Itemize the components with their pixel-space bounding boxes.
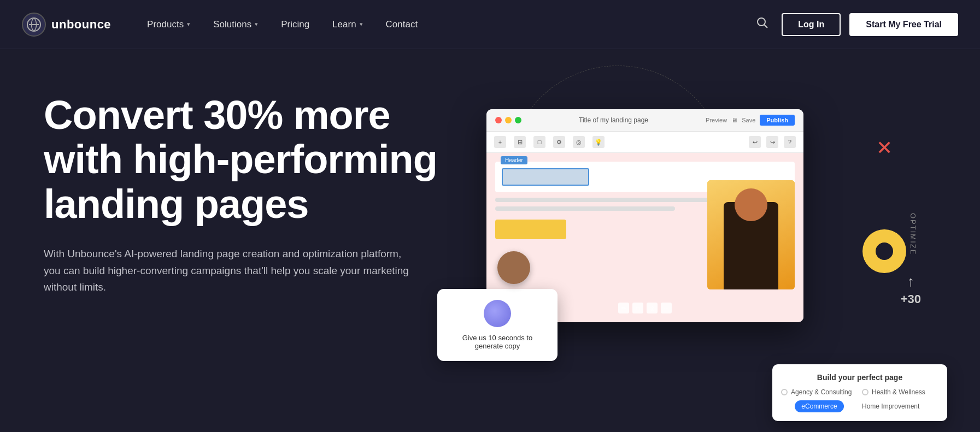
person-head xyxy=(735,188,767,221)
nav-right: Log In Start My Free Trial xyxy=(752,13,958,37)
svg-point-2 xyxy=(758,18,765,26)
edit-icon[interactable]: ✏ xyxy=(618,303,629,313)
products-chevron-icon: ▾ xyxy=(187,21,190,28)
builder-toolbar: + ⊞ □ ⚙ ◎ 💡 ↩ ↪ ? xyxy=(486,132,803,153)
preview-label: Preview xyxy=(706,117,727,123)
learn-chevron-icon: ▾ xyxy=(360,21,363,28)
option-agency-radio[interactable] xyxy=(781,389,788,395)
dot-yellow xyxy=(505,117,512,123)
grid-icon[interactable]: ⊞ xyxy=(514,136,526,148)
option-ecommerce[interactable]: eCommerce xyxy=(781,400,858,412)
dot-green xyxy=(515,117,521,123)
nav-solutions[interactable]: Solutions ▾ xyxy=(204,15,267,34)
trial-button[interactable]: Start My Free Trial xyxy=(849,13,958,36)
svg-line-3 xyxy=(764,25,767,28)
nav-pricing[interactable]: Pricing xyxy=(272,15,318,34)
canvas-text-2 xyxy=(495,206,675,211)
hero-title: Convert 30% more with high-performing la… xyxy=(44,93,454,226)
option-home[interactable]: Home Improvement xyxy=(862,400,938,412)
logo[interactable]: unbounce xyxy=(22,13,111,37)
copy-dot-decoration xyxy=(484,300,511,327)
deco-plus-icon: ✕ xyxy=(876,137,893,159)
lightbulb-icon[interactable]: 💡 xyxy=(592,136,605,148)
ecommerce-chip[interactable]: eCommerce xyxy=(795,400,843,412)
build-options: Agency & Consulting Health & Wellness eC… xyxy=(781,388,938,412)
search-button[interactable] xyxy=(752,13,773,37)
undo-icon[interactable]: ↩ xyxy=(749,136,761,148)
builder-page-title: Title of my landing page xyxy=(579,116,648,124)
copy-card: Give us 10 seconds to generate copy xyxy=(437,289,558,361)
save-label: Save xyxy=(742,117,755,123)
canvas-image-block xyxy=(707,180,795,289)
nav-products[interactable]: Products ▾ xyxy=(138,15,199,34)
deco-donut xyxy=(862,229,906,273)
build-panel: Build your perfect page Agency & Consult… xyxy=(772,364,947,421)
settings-icon[interactable]: ⚙ xyxy=(553,136,565,148)
person-avatar xyxy=(497,251,530,284)
person-card-bottom xyxy=(497,251,530,284)
crop-icon[interactable]: □ xyxy=(632,303,643,313)
target-icon[interactable]: ◎ xyxy=(647,303,658,313)
build-panel-title: Build your perfect page xyxy=(781,373,938,382)
option-health-radio[interactable] xyxy=(862,389,868,395)
logo-name: unbounce xyxy=(51,17,111,32)
deco-optimize-label: OPTIMIZE xyxy=(909,213,917,255)
nav-contact[interactable]: Contact xyxy=(377,15,427,34)
target-icon[interactable]: ◎ xyxy=(573,136,585,148)
nav-links: Products ▾ Solutions ▾ Pricing Learn ▾ C… xyxy=(138,15,752,34)
builder-titlebar: Title of my landing page Preview 🖥 Save … xyxy=(486,109,803,132)
plus-30-label: +30 xyxy=(901,292,921,306)
image-icon[interactable]: □ xyxy=(533,136,545,148)
hero-left: Convert 30% more with high-performing la… xyxy=(44,82,454,295)
logo-icon xyxy=(22,13,46,37)
donut-hole xyxy=(876,242,893,260)
redo-icon[interactable]: ↪ xyxy=(766,136,778,148)
hero-subtitle: With Unbounce's AI-powered landing page … xyxy=(44,246,415,295)
copy-card-text: Give us 10 seconds to generate copy xyxy=(450,334,544,350)
help-icon[interactable]: ? xyxy=(784,136,796,148)
header-text-placeholder xyxy=(502,168,589,186)
add-icon[interactable]: + xyxy=(494,136,506,148)
canvas-image-controls: ✏ □ ◎ ··· xyxy=(618,303,672,313)
canvas-cta-button[interactable] xyxy=(495,220,566,239)
solutions-chevron-icon: ▾ xyxy=(255,21,258,28)
navbar: unbounce Products ▾ Solutions ▾ Pricing … xyxy=(0,0,980,49)
builder-actions: Preview 🖥 Save Publish xyxy=(706,115,795,126)
nav-learn[interactable]: Learn ▾ xyxy=(324,15,371,34)
option-agency[interactable]: Agency & Consulting xyxy=(781,388,858,396)
builder-device-icons: 🖥 xyxy=(731,117,737,123)
hero-right: LEARN OPTIMIZE ✕ ↑ +30 xyxy=(454,82,936,432)
more-icon[interactable]: ··· xyxy=(661,303,672,313)
hero-section: Convert 30% more with high-performing la… xyxy=(0,49,980,432)
deco-conversion-stat: ↑ +30 xyxy=(901,273,921,306)
toolbar-right: ↩ ↪ ? xyxy=(749,136,796,148)
header-label: Header xyxy=(501,156,527,164)
dot-red xyxy=(495,117,502,123)
login-button[interactable]: Log In xyxy=(782,13,841,36)
arrow-up-icon: ↑ xyxy=(907,273,914,290)
publish-button-mini[interactable]: Publish xyxy=(760,115,795,126)
window-dots xyxy=(495,117,521,123)
option-health[interactable]: Health & Wellness xyxy=(862,388,938,396)
